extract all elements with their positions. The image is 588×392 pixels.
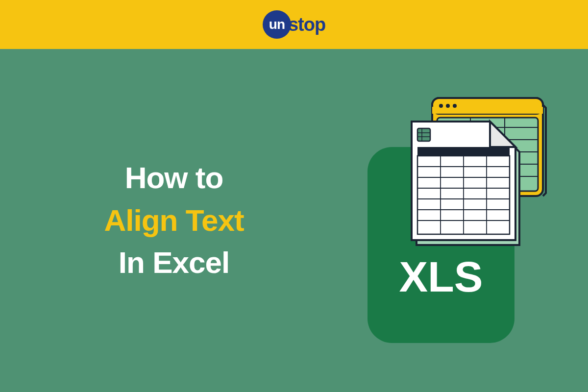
main-content: How to Align Text In Excel: [0, 49, 588, 392]
svg-point-5: [453, 104, 457, 108]
title-line-3: In Excel: [69, 242, 279, 284]
title-line-2: Align Text: [69, 199, 279, 242]
header-banner: un stop: [0, 0, 588, 49]
logo-suffix: stop: [288, 14, 325, 35]
title-line-1: How to: [69, 157, 279, 199]
svg-rect-2: [432, 107, 543, 114]
svg-point-3: [439, 104, 443, 108]
logo-circle-icon: un: [263, 10, 291, 39]
xls-label: XLS: [399, 252, 483, 301]
svg-rect-19: [417, 147, 510, 156]
spreadsheet-document-icon: [412, 122, 519, 245]
svg-rect-15: [417, 128, 430, 141]
xls-illustration: XLS: [343, 83, 549, 358]
brand-logo: un stop: [263, 10, 325, 39]
title-block: How to Align Text In Excel: [69, 157, 279, 284]
svg-point-4: [446, 104, 450, 108]
logo-prefix: un: [269, 17, 285, 32]
